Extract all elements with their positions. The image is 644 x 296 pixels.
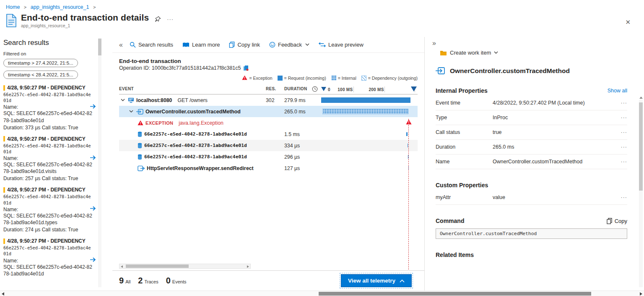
- open-result-arrow-icon[interactable]: [90, 257, 96, 262]
- timeline-range-start-handle[interactable]: [321, 87, 326, 91]
- search-result-item[interactable]: 4/28, 9:50:27 PM - DEPENDENCY 66e2257c-e…: [3, 85, 96, 131]
- result-meta: Duration: 257 µs Call status: True: [3, 176, 96, 181]
- operation-scope-icon[interactable]: [243, 65, 249, 71]
- filter-pill-label: timestamp > 27.4.2022, 21:5...: [8, 60, 73, 65]
- expand-chevron-icon[interactable]: [129, 110, 134, 113]
- timeline-range-end-handle[interactable]: [411, 86, 417, 92]
- open-result-arrow-icon[interactable]: [90, 205, 96, 211]
- scroll-up-arrow[interactable]: [639, 97, 643, 99]
- event-row[interactable]: 66e2257c-e5ed-4042-8278-1abd9ac4e01d 334…: [119, 140, 418, 151]
- legend-item: = Internal: [331, 76, 356, 81]
- operation-id: Operation ID: 1000bc3fc77a915181442a17f8…: [119, 65, 418, 71]
- property-more-options-button[interactable]: ···: [616, 159, 627, 165]
- page-scroll-right-arrow[interactable]: [640, 292, 642, 296]
- count-label: Events: [172, 279, 187, 284]
- event-row[interactable]: HttpServletResponseWrapper.sendRedirect …: [119, 162, 418, 174]
- toolbar-leave-preview-button[interactable]: Leave preview: [319, 42, 364, 48]
- event-duration: 296 µs: [284, 154, 320, 160]
- copy-command-button[interactable]: Copy: [607, 218, 627, 224]
- related-items-header: Related Items: [436, 251, 627, 258]
- book-icon: [182, 42, 190, 48]
- search-result-item[interactable]: 4/28, 9:50:27 PM - DEPENDENCY 66e2257c-e…: [3, 136, 96, 182]
- create-work-item-button[interactable]: Create work item: [440, 50, 498, 56]
- property-more-options-button[interactable]: ···: [616, 100, 627, 106]
- result-name-label: Name:: [3, 104, 96, 110]
- property-more-options-button[interactable]: ···: [616, 194, 627, 200]
- expand-chevron-icon[interactable]: [121, 99, 126, 102]
- open-result-arrow-icon[interactable]: [90, 103, 96, 109]
- count-value: 9: [119, 276, 124, 286]
- event-timeline-cell: [320, 162, 418, 174]
- event-row[interactable]: EXCEPTION java.lang.Exception: [119, 117, 418, 128]
- details-scrollbar-thumb[interactable]: [639, 102, 643, 191]
- show-all-link[interactable]: Show all: [608, 88, 627, 94]
- property-row: myAttr value ···: [436, 190, 627, 205]
- search-result-item[interactable]: 4/28, 9:50:27 PM - DEPENDENCY 66e2257c-e…: [3, 238, 96, 277]
- chevron-down-icon: [305, 43, 309, 46]
- breadcrumb-home-link[interactable]: Home: [6, 4, 20, 10]
- toolbar-search-results-button[interactable]: Search results: [130, 42, 173, 48]
- collapse-left-panel-button[interactable]: «: [119, 41, 123, 49]
- internal-event-icon: [436, 67, 446, 75]
- event-row[interactable]: 66e2257c-e5ed-4042-8278-1abd9ac4e01d 296…: [119, 151, 418, 162]
- table-horizontal-scrollbar[interactable]: [119, 264, 251, 269]
- filter-pill[interactable]: timestamp < 28.4.2022, 21:5...: [3, 71, 78, 79]
- telemetry-count: 9 All: [119, 276, 130, 286]
- property-more-options-button[interactable]: ···: [616, 129, 627, 135]
- page-header: Home > app_insights_resource_1 > End-to-…: [0, 0, 644, 37]
- expand-right-panel-button[interactable]: »: [432, 39, 436, 47]
- page-scroll-left-arrow[interactable]: [2, 292, 4, 296]
- event-subtext: java.lang.Exception: [179, 120, 223, 126]
- filter-pill[interactable]: timestamp > 27.4.2022, 21:5...: [3, 59, 78, 67]
- property-label: Call status: [436, 129, 493, 135]
- more-options-icon[interactable]: ···: [167, 16, 174, 22]
- property-more-options-button[interactable]: ···: [616, 115, 627, 120]
- details-scrollbar[interactable]: [639, 100, 643, 287]
- event-row[interactable]: 66e2257c-e5ed-4042-8278-1abd9ac4e01d 1.5…: [119, 128, 418, 140]
- result-time: 4/28, 9:50:27 PM - DEPENDENCY: [3, 85, 96, 91]
- internal-properties-header: Internal Properties Show all: [436, 87, 627, 94]
- event-name: 66e2257c-e5ed-4042-8278-1abd9ac4e01d: [144, 131, 247, 137]
- pin-icon[interactable]: [155, 16, 161, 22]
- result-sql: SQL: SELECT 66e2257c-e5ed-4042-8278-1abd…: [3, 264, 92, 277]
- dependency-color-bar: [3, 85, 5, 91]
- scroll-left-arrow[interactable]: [121, 265, 123, 268]
- result-id: 66e2257c-e5ed-4042-8278-1abd9ac4e01d: [3, 245, 92, 257]
- database-icon: [138, 154, 142, 160]
- event-row[interactable]: localhost:8080 GET /owners 302 279.9 ms: [119, 94, 418, 106]
- database-icon: [138, 143, 142, 149]
- scroll-right-arrow[interactable]: [247, 265, 249, 268]
- exception-marker-icon[interactable]: [406, 119, 412, 126]
- event-subtext: GET /owners: [177, 97, 208, 103]
- result-time: 4/28, 9:50:27 PM - DEPENDENCY: [3, 187, 96, 193]
- filtered-on-label: Filtered on: [3, 51, 99, 56]
- search-result-item[interactable]: 4/28, 9:50:27 PM - DEPENDENCY 66e2257c-e…: [3, 187, 96, 233]
- transaction-body: End-to-end transaction Operation ID: 100…: [112, 53, 424, 270]
- table-scrollbar-thumb[interactable]: [126, 265, 189, 268]
- command-value: OwnerController.customTracedMethod: [436, 228, 627, 239]
- search-results-list: 4/28, 9:50:27 PM - DEPENDENCY 66e2257c-e…: [3, 85, 99, 277]
- sidebar-scrollbar[interactable]: [98, 38, 101, 287]
- transaction-toolbar: « Search results Learn more Copy link Fe…: [112, 37, 424, 53]
- event-row[interactable]: OwnerController.customTracedMethod 265.0…: [119, 106, 418, 117]
- toolbar-feedback-button[interactable]: Feedback: [269, 42, 309, 48]
- close-icon[interactable]: ✕: [625, 18, 631, 26]
- property-label: Type: [436, 115, 493, 120]
- page-scrollbar-thumb[interactable]: [319, 292, 591, 296]
- page-horizontal-scrollbar[interactable]: [0, 291, 644, 296]
- dependency-color-bar: [3, 187, 5, 193]
- property-more-options-button[interactable]: ···: [616, 144, 627, 150]
- toolbar-learn-more-button[interactable]: Learn more: [182, 42, 220, 48]
- event-duration: 1.5 ms: [284, 131, 320, 137]
- event-duration: 279.9 ms: [284, 97, 320, 103]
- command-header: Command Copy: [436, 217, 627, 224]
- view-all-telemetry-button[interactable]: View all telemetry: [341, 274, 412, 287]
- open-result-arrow-icon[interactable]: [90, 155, 96, 160]
- clock-icon[interactable]: [312, 86, 318, 93]
- count-value: 2: [138, 276, 143, 286]
- breadcrumb-resource-link[interactable]: app_insights_resource_1: [31, 4, 89, 10]
- page-subtitle: app_insights_resource_1: [21, 23, 149, 28]
- selected-event-title: OwnerController.customTracedMethod: [436, 67, 627, 75]
- toolbar-copy-link-button[interactable]: Copy link: [229, 42, 260, 48]
- sidebar-scrollbar-thumb[interactable]: [98, 39, 101, 55]
